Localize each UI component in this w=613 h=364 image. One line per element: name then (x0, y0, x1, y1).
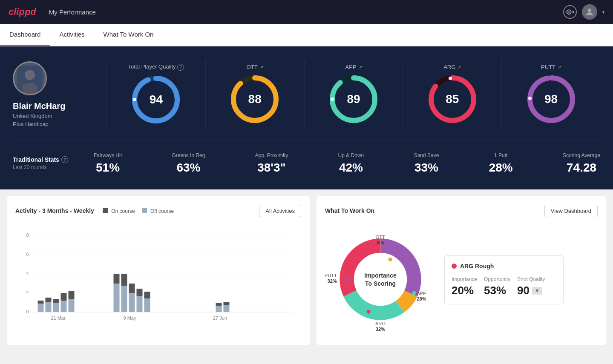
stat-item-label: 1 Putt (489, 152, 513, 158)
tab-activities[interactable]: Activities (50, 24, 94, 46)
tpq-label: Total Player Quality ? (128, 63, 184, 71)
putt-pct: 32% (328, 278, 337, 284)
bar-off (216, 306, 222, 312)
arg-donut: 85 (427, 74, 478, 125)
stat-item-value: 74.28 (563, 161, 600, 175)
stat-item-label: Scoring Average (563, 152, 600, 158)
legend-on-course: On course (103, 208, 135, 214)
putt-dot (345, 277, 348, 281)
arg-label: ARG ↗ (443, 64, 461, 70)
svg-text:9 May: 9 May (124, 315, 136, 321)
work-on-panel-title: What To Work On (325, 207, 374, 214)
stat-item: Fairways Hit 51% (94, 152, 122, 175)
tab-what-to-work-on[interactable]: What To Work On (94, 24, 163, 46)
bar-off (61, 301, 67, 312)
info-stat-shot-quality: Shot Quality 90 ▼ (517, 276, 545, 297)
all-activities-button[interactable]: All Activities (259, 205, 301, 217)
stat-item-value: 42% (338, 161, 364, 175)
activity-panel-title: Activity - 3 Months - Weekly (15, 207, 94, 214)
legend-off-course: Off course (142, 208, 174, 214)
svg-text:27 Jun: 27 Jun (213, 315, 227, 321)
info-stat-opportunity: Opportunity 53% (484, 276, 510, 297)
stat-items: Fairways Hit 51% Greens In Reg 63% App. … (94, 152, 600, 175)
header-title: My Performance (49, 9, 563, 16)
chevron-down-icon: ▾ (572, 10, 574, 14)
trad-stats-help-icon[interactable]: ? (61, 156, 68, 163)
player-name: Blair McHarg (13, 101, 65, 111)
svg-text:2: 2 (26, 290, 29, 295)
stat-item: App. Proximity 38'3" (255, 152, 288, 175)
bar-off (144, 298, 150, 312)
bar-on (114, 274, 120, 284)
add-button[interactable]: ⊕ ▾ (563, 5, 577, 19)
tpq-donut: 94 (130, 74, 181, 125)
stat-item-label: Greens In Reg (172, 152, 205, 158)
score-card-tpq: Total Player Quality ? 94 (107, 59, 206, 129)
player-info: Blair McHarg United Kingdom Plus Handica… (13, 61, 98, 127)
bar-on (61, 293, 67, 301)
ott-value: 88 (248, 92, 262, 106)
bar-on (46, 298, 52, 302)
stat-item-value: 51% (94, 161, 122, 175)
app-label: APP (417, 291, 426, 296)
activity-legend-group: Activity - 3 Months - Weekly On course O… (15, 207, 174, 214)
activity-panel-header: Activity - 3 Months - Weekly On course O… (15, 205, 301, 217)
app-pct: 28% (417, 296, 426, 301)
info-card-dot (452, 264, 457, 269)
shot-quality-number: 90 (517, 284, 530, 297)
score-card-arg: ARG ↗ 85 (403, 59, 502, 129)
app-label: APP ↗ (345, 64, 362, 70)
work-on-panel: What To Work On View Dashboard (317, 196, 606, 345)
bar-off (224, 305, 230, 312)
view-dashboard-button[interactable]: View Dashboard (544, 205, 598, 217)
score-card-putt: PUTT ↗ 98 (502, 59, 600, 129)
arg-dot (367, 310, 371, 313)
shot-quality-value: 90 ▼ (517, 284, 545, 297)
stat-item: Sand Save 33% (414, 152, 439, 175)
importance-value: 20% (452, 284, 477, 297)
stat-item-label: Fairways Hit (94, 152, 122, 158)
player-country: United Kingdom (13, 113, 52, 119)
activity-panel: Activity - 3 Months - Weekly On course O… (7, 196, 310, 345)
bar-on (224, 302, 230, 305)
bar-on (129, 284, 135, 293)
ott-label: OTT (376, 235, 385, 240)
on-course-dot (103, 208, 108, 213)
bar-on (137, 289, 143, 296)
stat-item-value: 38'3" (255, 161, 288, 175)
putt-label: PUTT ↗ (541, 64, 561, 70)
app-dot (412, 291, 416, 295)
opportunity-value: 53% (484, 284, 510, 297)
tab-bar: Dashboard Activities What To Work On (0, 24, 613, 46)
svg-text:0: 0 (26, 309, 29, 314)
work-on-donut-svg: OTT 8% APP 28% ARG 32% PUTT 32% (325, 224, 436, 335)
tab-dashboard[interactable]: Dashboard (0, 24, 50, 46)
bottom-panels: Activity - 3 Months - Weekly On course O… (0, 189, 613, 352)
user-avatar-button[interactable] (582, 4, 597, 20)
player-avatar (13, 61, 47, 95)
info-card-stats: Importance 20% Opportunity 53% Shot Qual… (452, 276, 556, 297)
svg-text:6: 6 (26, 252, 29, 257)
logo: clippd (9, 6, 36, 17)
stat-item-label: App. Proximity (255, 152, 288, 158)
work-on-panel-header: What To Work On View Dashboard (325, 205, 598, 217)
stat-item: Scoring Average 74.28 (563, 152, 600, 175)
chart-legend: On course Off course (103, 208, 174, 214)
ott-dot (389, 257, 392, 261)
tpq-help-icon[interactable]: ? (177, 64, 184, 71)
scores-section: Total Player Quality ? 94 OTT ↗ (106, 59, 600, 129)
arg-label: ARG (375, 321, 386, 326)
traditional-stats: Traditional Stats ? Last 20 rounds Fairw… (13, 140, 600, 175)
bar-on (38, 301, 44, 304)
stat-item: Greens In Reg 63% (172, 152, 205, 175)
bar-off (69, 299, 75, 312)
shot-quality-badge: ▼ (532, 287, 542, 295)
info-stat-importance: Importance 20% (452, 276, 477, 297)
work-on-donut-container: OTT 8% APP 28% ARG 32% PUTT 32% (325, 224, 436, 336)
bar-off (121, 286, 127, 312)
work-on-content: OTT 8% APP 28% ARG 32% PUTT 32% (325, 224, 598, 336)
putt-label: PUTT (325, 273, 337, 278)
bar-on (53, 299, 59, 303)
stat-item-label: Up & Down (338, 152, 364, 158)
bar-on (121, 274, 127, 286)
